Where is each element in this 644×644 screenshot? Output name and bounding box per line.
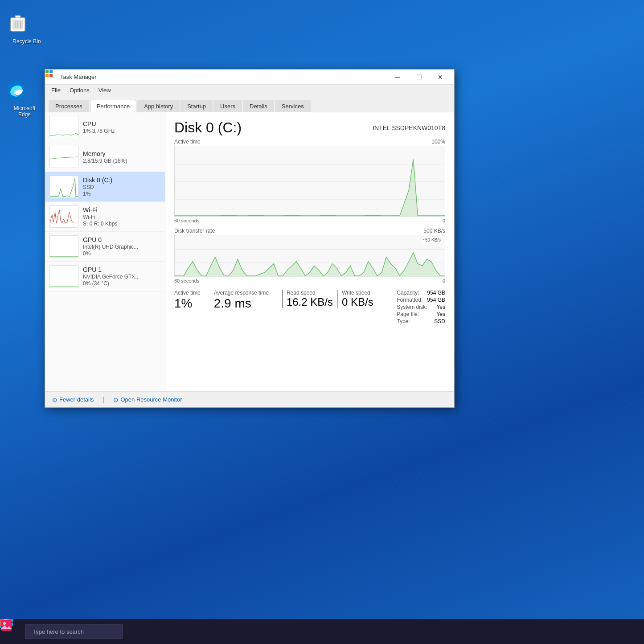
- active-time-label: Active time: [174, 290, 201, 296]
- avg-response-value: 2.9 ms: [214, 297, 269, 311]
- window-app-icon: [49, 73, 57, 81]
- menu-options[interactable]: Options: [65, 86, 94, 94]
- disk-transfer-chart: ~50 KB/s: [174, 235, 445, 277]
- read-speed-value: 16.2 KB/s: [287, 296, 333, 308]
- gpu1-label: GPU 1: [83, 266, 160, 273]
- task-manager-window: Task Manager ─ ☐ ✕ File Options View Pro…: [45, 69, 455, 408]
- panel-title: Disk 0 (C:): [174, 119, 242, 136]
- disk-transfer-section: Disk transfer rate 500 KB/s ~50 KB/s: [174, 228, 445, 283]
- svg-rect-11: [49, 74, 53, 77]
- fewer-details-button[interactable]: ⊙ Fewer details: [52, 396, 94, 403]
- resource-monitor-icon: ⊙: [113, 396, 119, 403]
- wifi-mini-chart: [49, 205, 78, 228]
- svg-rect-9: [49, 70, 53, 73]
- write-speed-value: 0 KB/s: [342, 296, 373, 308]
- system-disk-row: System disk: Yes: [397, 304, 445, 310]
- chart1-max: 100%: [431, 139, 445, 145]
- taskbar-icon-mail[interactable]: [192, 623, 209, 640]
- tab-app-history[interactable]: App history: [137, 100, 180, 112]
- page-file-row: Page file: Yes: [397, 311, 445, 317]
- open-resource-monitor-button[interactable]: ⊙ Open Resource Monitor: [113, 396, 182, 403]
- active-time-stat: Active time 1%: [174, 290, 201, 311]
- stats-area: Active time 1% Average response time 2.9…: [174, 290, 445, 325]
- disk-sub: SSD: [83, 184, 160, 190]
- chart1-min: 0: [443, 218, 445, 223]
- write-speed-label: Write speed: [342, 290, 373, 296]
- disk-label: Disk 0 (C:): [83, 176, 160, 184]
- tab-users[interactable]: Users: [213, 100, 242, 112]
- tab-performance[interactable]: Performance: [90, 100, 136, 112]
- memory-sub: 2.8/15.9 GB (18%): [83, 158, 160, 164]
- svg-marker-12: [175, 160, 445, 217]
- system-disk-val: Yes: [436, 304, 445, 310]
- maximize-button[interactable]: ☐: [409, 70, 429, 84]
- wifi-sub2: S: 0 R: 0 Kbps: [83, 221, 160, 227]
- svg-marker-13: [175, 253, 445, 277]
- chart1-duration: 60 seconds: [174, 218, 199, 223]
- main-content: CPU 1% 3.78 GHz Memory 2.8/15.9 GB (18%): [45, 112, 454, 391]
- wifi-sub: Wi-Fi: [83, 214, 160, 220]
- menu-file[interactable]: File: [47, 86, 65, 94]
- sidebar: CPU 1% 3.78 GHz Memory 2.8/15.9 GB (18%): [45, 112, 165, 391]
- gpu1-mini-chart: [49, 265, 78, 287]
- taskbar-icon-folder[interactable]: [171, 623, 189, 640]
- read-speed-box: Read speed 16.2 KB/s: [282, 290, 333, 308]
- svg-rect-8: [45, 70, 49, 73]
- gpu0-sub: Intel(R) UHD Graphic...: [83, 244, 160, 250]
- sidebar-item-disk[interactable]: Disk 0 (C:) SSD 1%: [45, 172, 165, 202]
- disk-mini-chart: [49, 176, 78, 198]
- tab-details[interactable]: Details: [243, 100, 274, 112]
- gpu1-sub2: 0% (34 °C): [83, 280, 160, 287]
- avg-response-stat: Average response time 2.9 ms: [214, 290, 269, 311]
- fewer-details-label: Fewer details: [59, 396, 94, 403]
- desktop: Recycle Bin Microsoft Edge Task: [0, 0, 644, 644]
- active-time-value: 1%: [174, 297, 201, 311]
- cpu-label: CPU: [83, 120, 160, 127]
- gpu1-info: GPU 1 NVIDIA GeForce GTX... 0% (34 °C): [83, 266, 160, 287]
- chart1-footer: 60 seconds 0: [174, 218, 445, 223]
- avg-response-label: Average response time: [214, 290, 269, 296]
- page-file-val: Yes: [436, 311, 445, 317]
- memory-label: Memory: [83, 150, 160, 157]
- taskbar-icon-1[interactable]: [130, 623, 148, 640]
- cpu-mini-chart: [49, 116, 78, 138]
- edge-desktop-icon[interactable]: Microsoft Edge: [7, 80, 42, 119]
- cpu-sub: 1% 3.78 GHz: [83, 128, 160, 134]
- wifi-info: Wi-Fi Wi-Fi S: 0 R: 0 Kbps: [83, 206, 160, 227]
- sidebar-item-wifi[interactable]: Wi-Fi Wi-Fi S: 0 R: 0 Kbps: [45, 202, 165, 232]
- svg-rect-3: [15, 16, 21, 18]
- page-file-key: Page file:: [397, 311, 419, 317]
- taskbar-icon-photos[interactable]: [212, 623, 230, 640]
- formatted-val: 954 GB: [427, 297, 445, 303]
- disk-info: Disk 0 (C:) SSD 1%: [83, 176, 160, 197]
- memory-info: Memory 2.8/15.9 GB (18%): [83, 150, 160, 164]
- search-box[interactable]: Type here to search: [25, 624, 123, 639]
- formatted-key: Formatted:: [397, 297, 422, 303]
- gpu0-sub2: 0%: [83, 250, 160, 257]
- chart1-label: Active time: [174, 139, 201, 145]
- sidebar-item-cpu[interactable]: CPU 1% 3.78 GHz: [45, 112, 165, 142]
- recycle-bin-icon[interactable]: Recycle Bin: [9, 13, 45, 46]
- taskbar: Type here to search: [0, 619, 644, 644]
- cpu-info: CPU 1% 3.78 GHz: [83, 120, 160, 134]
- close-button[interactable]: ✕: [430, 70, 451, 84]
- write-speed-box: Write speed 0 KB/s: [337, 290, 373, 308]
- taskbar-icon-edge[interactable]: [151, 623, 168, 640]
- sidebar-item-memory[interactable]: Memory 2.8/15.9 GB (18%): [45, 142, 165, 172]
- svg-rect-31: [1, 620, 12, 631]
- titlebar: Task Manager ─ ☐ ✕: [45, 70, 454, 85]
- menu-view[interactable]: View: [94, 86, 115, 94]
- sidebar-item-gpu0[interactable]: GPU 0 Intel(R) UHD Graphic... 0%: [45, 232, 165, 262]
- memory-mini-chart: [49, 146, 78, 168]
- menubar: File Options View: [45, 85, 454, 96]
- active-time-section: Active time 100%: [174, 139, 445, 223]
- sidebar-item-gpu1[interactable]: GPU 1 NVIDIA GeForce GTX... 0% (34 °C): [45, 262, 165, 291]
- chart2-min: 0: [443, 278, 445, 283]
- left-stats: Active time 1% Average response time 2.9…: [174, 290, 373, 325]
- tab-startup[interactable]: Startup: [180, 100, 213, 112]
- minimize-button[interactable]: ─: [387, 70, 408, 84]
- wifi-label: Wi-Fi: [83, 206, 160, 213]
- formatted-row: Formatted: 954 GB: [397, 297, 445, 303]
- tab-processes[interactable]: Processes: [49, 100, 89, 112]
- tab-services[interactable]: Services: [275, 100, 311, 112]
